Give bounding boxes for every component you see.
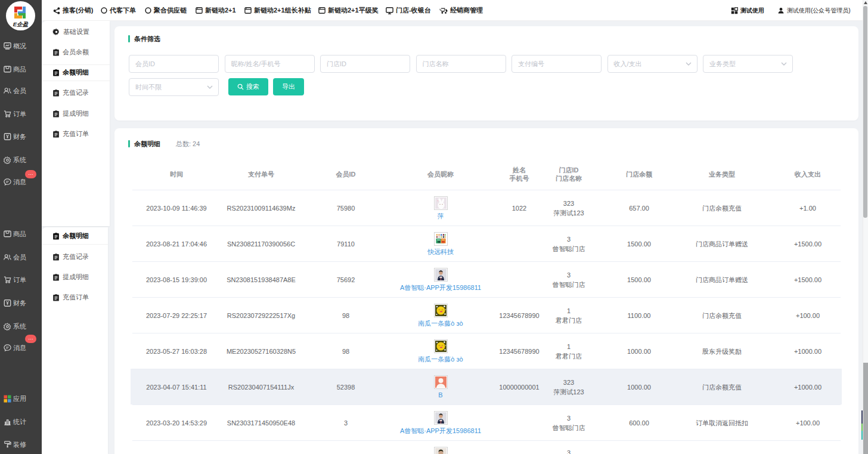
svg-text:E企盈: E企盈 [13,21,29,27]
